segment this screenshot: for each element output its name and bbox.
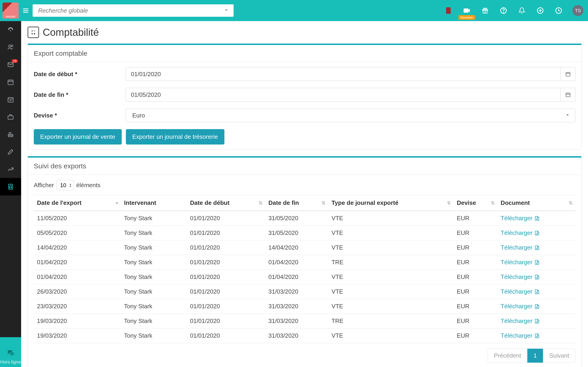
download-link[interactable]: Télécharger: [501, 273, 540, 281]
sort-desc-icon: ▾: [116, 200, 118, 206]
cell-export-date: 01/04/2020: [34, 270, 121, 284]
svg-point-30: [9, 188, 10, 188]
topbar-actions: Nouveau TS: [444, 5, 583, 16]
cell-type: VTE: [328, 226, 453, 240]
file-icon: [534, 333, 540, 339]
cell-type: VTE: [328, 240, 453, 255]
pager-prev-button[interactable]: Précédent: [488, 349, 527, 363]
date-start-picker-button[interactable]: [561, 67, 575, 81]
app-switcher-button[interactable]: [444, 6, 453, 15]
calculator-icon: [7, 183, 14, 190]
video-button[interactable]: Nouveau: [462, 6, 471, 15]
file-icon: [534, 289, 540, 294]
calendar-check-icon: [7, 96, 14, 103]
file-icon: [534, 274, 540, 280]
calendar-picker-icon: [565, 92, 571, 98]
col-user[interactable]: Intervenant: [121, 195, 187, 211]
cell-type: TRE: [328, 255, 453, 270]
nav-reports[interactable]: [0, 161, 21, 178]
col-currency[interactable]: Devise⇅: [454, 195, 498, 211]
history-button[interactable]: [554, 6, 563, 15]
nav-dashboard[interactable]: [0, 21, 21, 39]
offline-label: Hors ligne: [0, 359, 21, 365]
download-link[interactable]: Télécharger: [501, 229, 540, 236]
menu-toggle-button[interactable]: [21, 6, 30, 15]
svg-point-28: [9, 186, 10, 187]
nav-billing[interactable]: [0, 126, 21, 143]
export-treasury-button[interactable]: Exporter un journal de trésorerie: [126, 129, 225, 144]
gift-button[interactable]: [481, 6, 490, 15]
cell-currency: EUR: [454, 270, 498, 284]
cell-end: 01/04/2020: [265, 270, 329, 284]
table-row: 14/04/2020Tony Stark01/01/202014/04/2020…: [34, 240, 575, 255]
file-icon: [534, 260, 540, 265]
nav-calendar[interactable]: [0, 73, 21, 91]
sort-icon: ⇅: [259, 200, 262, 206]
cell-start: 01/01/2020: [187, 284, 265, 299]
download-link[interactable]: Télécharger: [501, 317, 540, 325]
pager-next-button[interactable]: Suivant: [543, 349, 575, 363]
date-end-input[interactable]: [126, 88, 561, 102]
gift-icon: [482, 7, 489, 14]
cell-export-date: 14/04/2020: [34, 240, 121, 255]
cell-type: VTE: [328, 328, 453, 343]
help-button[interactable]: [499, 6, 508, 15]
nav-accounting[interactable]: [0, 178, 21, 195]
sort-icon: ⇅: [569, 200, 573, 206]
cell-document: Télécharger: [498, 240, 575, 255]
nav-edit[interactable]: [0, 143, 21, 161]
notifications-button[interactable]: [517, 6, 527, 15]
page-length-select[interactable]: 10: [57, 180, 73, 190]
add-button[interactable]: [536, 6, 545, 15]
col-type[interactable]: Type de journal exporté⇅: [328, 195, 453, 211]
cell-document: Télécharger: [498, 284, 575, 299]
date-end-picker-button[interactable]: [561, 88, 575, 102]
date-start-label: Date de début *: [34, 71, 126, 78]
hamburger-icon: [22, 7, 29, 14]
cell-document: Télécharger: [498, 314, 575, 328]
cell-type: VTE: [328, 299, 453, 314]
cell-document: Télécharger: [498, 299, 575, 314]
download-link[interactable]: Télécharger: [501, 303, 540, 310]
table-length-control: Afficher 10 ▴▾ éléments: [34, 180, 575, 190]
topbar: avocats Nouveau TS: [0, 0, 588, 21]
col-start[interactable]: Date de début⇅: [187, 195, 265, 211]
cell-end: 31/05/2020: [265, 211, 329, 226]
download-link[interactable]: Télécharger: [501, 244, 540, 251]
download-link[interactable]: Télécharger: [501, 332, 540, 339]
download-link[interactable]: Télécharger: [501, 259, 540, 266]
currency-select[interactable]: [126, 108, 575, 122]
app-logo[interactable]: avocats: [0, 0, 21, 21]
sort-icon: ⇅: [447, 200, 451, 206]
currency-label: Devise *: [34, 112, 126, 119]
edit-icon: [7, 148, 14, 155]
cell-end: 31/03/2020: [265, 328, 329, 343]
nav-mail[interactable]: 29: [0, 56, 21, 73]
download-link[interactable]: Télécharger: [501, 215, 540, 222]
date-start-input[interactable]: [126, 67, 561, 81]
svg-point-7: [503, 12, 503, 12]
cell-currency: EUR: [454, 240, 498, 255]
page-title: Comptabilité: [43, 27, 99, 38]
calendar-picker-icon: [565, 71, 571, 77]
user-avatar[interactable]: TS: [572, 5, 583, 16]
app-icon: [446, 7, 451, 14]
pager-page-1[interactable]: 1: [527, 349, 543, 363]
col-document[interactable]: Document⇅: [498, 195, 575, 211]
export-sales-button[interactable]: Exporter un journal de vente: [34, 129, 122, 144]
download-link[interactable]: Télécharger: [501, 288, 540, 295]
chart-icon: [7, 166, 14, 173]
cell-end: 14/04/2020: [265, 240, 329, 255]
nav-contacts[interactable]: [0, 39, 21, 56]
col-export-date[interactable]: Date de l'export▾: [34, 195, 121, 211]
cell-start: 01/01/2020: [187, 211, 265, 226]
svg-rect-22: [8, 116, 13, 119]
nav-cases[interactable]: [0, 108, 21, 126]
global-search-input[interactable]: [33, 4, 233, 17]
cell-export-date: 19/03/2020: [34, 328, 121, 343]
col-end[interactable]: Date de fin⇅: [265, 195, 329, 211]
page-title-row: Comptabilité: [27, 27, 582, 38]
offline-chat-button[interactable]: Hors ligne: [0, 337, 21, 367]
nav-agenda[interactable]: [0, 91, 21, 108]
cell-currency: EUR: [454, 314, 498, 328]
